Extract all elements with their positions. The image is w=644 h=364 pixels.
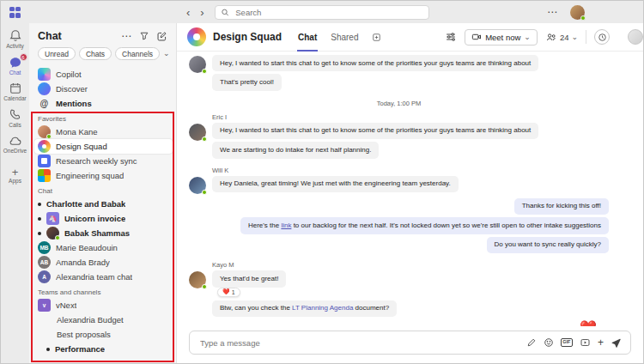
message-bubble[interactable]: That's pretty cool! xyxy=(212,74,282,90)
chevron-down-icon: ⌄ xyxy=(524,33,531,41)
chat-title: Design Squad xyxy=(213,31,282,43)
filter-pill-row: Unread Chats Channels ⌄ xyxy=(29,46,176,65)
search-input[interactable] xyxy=(234,7,423,18)
add-tab-icon[interactable] xyxy=(372,33,381,42)
back-icon[interactable]: ‹ xyxy=(186,7,190,18)
sidebar-item-alexandria-team-chat[interactable]: A Alexandria team chat xyxy=(34,270,173,284)
sidebar-item-vnext[interactable]: v vNext xyxy=(34,298,173,312)
add-tab-glyph xyxy=(372,33,381,42)
message-list[interactable]: Hey, I wanted to start this chat to get … xyxy=(177,52,643,326)
message-bubble[interactable]: Thanks for kicking this off! xyxy=(514,198,609,215)
message-bubble[interactable]: Hey Daniela, great timing! We just met w… xyxy=(212,176,459,192)
sidebar-item-engineering-squad[interactable]: Engineering squad xyxy=(34,168,173,183)
design-squad-avatar xyxy=(38,140,51,153)
sidebar-item-best-proposals[interactable]: Best proposals xyxy=(34,327,173,342)
timer-button[interactable] xyxy=(594,29,610,45)
avatar[interactable] xyxy=(189,271,206,288)
agenda-link[interactable]: LT Planning Agenda xyxy=(292,304,353,312)
section-title-teams-and-channels[interactable]: Teams and channels xyxy=(34,284,173,298)
sidebar-header-icons: ⋯ xyxy=(121,31,167,42)
tab-chat[interactable]: Chat xyxy=(297,23,318,52)
message-bubble[interactable]: We are starting to do intake for next ha… xyxy=(212,142,379,158)
sidebar-item-discover[interactable]: Discover xyxy=(34,82,173,96)
chat-header-actions: Meet now ⌄ 24 ⌄ xyxy=(445,29,633,46)
participants-button[interactable]: 24 ⌄ xyxy=(545,32,578,43)
sidebar-item-performance[interactable]: Performance xyxy=(34,342,173,356)
section-title-favorites[interactable]: Favorites xyxy=(34,111,173,124)
message-bubble[interactable]: Hey, I wanted to start this chat to get … xyxy=(212,55,538,71)
filter-unread[interactable]: Unread xyxy=(38,47,76,60)
filter-icon[interactable] xyxy=(139,31,149,41)
sidebar-item-design-squad[interactable]: Design Squad xyxy=(34,139,173,154)
sidebar-list[interactable]: Copilot Discover @ Mentions Favorites Mo… xyxy=(29,65,176,364)
bell-icon xyxy=(9,29,22,43)
chevron-down-icon[interactable]: ⌄ xyxy=(163,50,170,58)
sidebar-item-charlotte-and-babak[interactable]: Charlotte and Babak xyxy=(34,197,173,211)
sidebar-item-label: Design Squad xyxy=(56,142,107,151)
avatar[interactable] xyxy=(189,124,206,141)
user-avatar[interactable] xyxy=(570,5,585,20)
teams-window: ‹ › ⋯ Activity 6 Chat Calendar xyxy=(0,0,644,364)
rail-item-chat[interactable]: 6 Chat xyxy=(2,52,29,79)
sidebar-item-unicorn-invoice[interactable]: 🦄 Unicorn invoice xyxy=(34,211,173,226)
message-input[interactable] xyxy=(198,337,519,349)
section-title-chat[interactable]: Chat xyxy=(34,183,173,197)
overflow-button[interactable] xyxy=(628,29,643,45)
sidebar-item-mentions[interactable]: @ Mentions xyxy=(34,96,173,111)
design-squad-avatar[interactable] xyxy=(187,27,206,46)
message-input-box[interactable]: GIF + xyxy=(189,331,631,355)
sidebar-item-alexandria-budget[interactable]: Alexandria Budget xyxy=(34,312,173,327)
video-clip-icon[interactable] xyxy=(580,337,591,348)
sidebar-item-label: vNext xyxy=(56,300,76,310)
forward-icon[interactable]: › xyxy=(200,7,204,18)
message-bubble[interactable]: Yes that'd be great! xyxy=(212,270,286,287)
sidebar-item-marie-beaudouin[interactable]: MB Marie Beaudouin xyxy=(34,240,173,255)
rail-item-calendar[interactable]: Calendar xyxy=(2,78,29,105)
avatar: MB xyxy=(38,241,51,254)
avatar[interactable] xyxy=(189,56,206,73)
send-icon[interactable] xyxy=(611,337,622,349)
rail-item-calls[interactable]: Calls xyxy=(2,105,29,131)
rail-item-activity[interactable]: Activity xyxy=(2,26,29,52)
message-bubble[interactable]: Hey, I wanted to start this chat to get … xyxy=(212,123,538,139)
filter-channels[interactable]: Channels xyxy=(115,47,160,60)
attach-plus-icon[interactable]: + xyxy=(598,337,604,348)
unicorn-icon: 🦄 xyxy=(46,212,59,225)
sidebar-item-babak-shammas[interactable]: Babak Shammas xyxy=(34,226,173,240)
sidebar-item-label: Unicorn invoice xyxy=(64,214,125,223)
heart-reaction-icon: ❤️ xyxy=(222,288,230,295)
rail-item-label: OneDrive xyxy=(3,149,27,155)
sidebar-item-mona-kane[interactable]: Mona Kane xyxy=(34,124,173,139)
compose-toolbar: GIF + xyxy=(526,337,622,349)
rail-item-apps[interactable]: + Apps xyxy=(2,163,29,187)
meet-now-button[interactable]: Meet now ⌄ xyxy=(465,29,538,46)
gif-icon[interactable]: GIF xyxy=(561,338,573,347)
sidebar-item-research-weekly-sync[interactable]: Research weekly sync xyxy=(34,154,173,168)
cloud-icon xyxy=(8,134,22,148)
emoji-icon[interactable] xyxy=(544,337,554,348)
sidebar-item-copilot[interactable]: Copilot xyxy=(34,67,173,82)
message-bubble[interactable]: Do you want to sync really quickly? xyxy=(487,237,610,253)
message-bubble[interactable]: Btw, can you check the LT Planning Agend… xyxy=(212,300,397,317)
divider xyxy=(586,30,586,44)
view-options-icon[interactable] xyxy=(445,31,457,43)
sidebar-item-amanda-brady[interactable]: AB Amanda Brady xyxy=(34,255,173,270)
clock-icon xyxy=(598,33,607,42)
message-stack: Hey, I wanted to start this chat to get … xyxy=(212,123,538,161)
tab-shared[interactable]: Shared xyxy=(330,23,359,52)
message-bubble[interactable]: Here's the link to our backlog for the n… xyxy=(240,217,609,234)
people-icon xyxy=(545,32,557,43)
filter-chats[interactable]: Chats xyxy=(79,47,112,60)
reaction-badge[interactable]: ❤️ 1 xyxy=(217,288,240,297)
search-bar[interactable] xyxy=(215,5,429,20)
phone-icon xyxy=(9,108,22,122)
avatar[interactable] xyxy=(189,177,206,194)
rail-item-onedrive[interactable]: OneDrive xyxy=(2,130,29,157)
message-stack: Hey, I wanted to start this chat to get … xyxy=(212,55,538,94)
more-options-icon[interactable]: ⋯ xyxy=(121,31,132,41)
backlog-link[interactable]: link xyxy=(281,221,291,229)
teams-logo[interactable] xyxy=(1,7,29,18)
more-icon[interactable]: ⋯ xyxy=(547,7,558,17)
format-icon[interactable] xyxy=(526,337,537,348)
new-chat-icon[interactable] xyxy=(156,31,167,42)
